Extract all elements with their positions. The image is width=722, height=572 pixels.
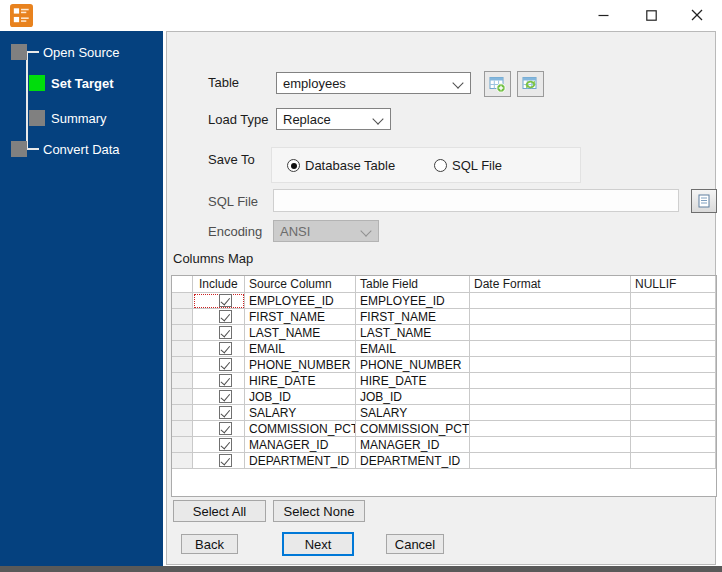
include-cell[interactable] xyxy=(193,341,245,357)
table-row: DEPARTMENT_IDDEPARTMENT_ID xyxy=(172,453,716,469)
nullif-cell[interactable] xyxy=(631,357,716,373)
date-format-cell[interactable] xyxy=(470,341,631,357)
nullif-cell[interactable] xyxy=(631,293,716,309)
refresh-tables-button[interactable] xyxy=(517,71,544,97)
date-format-cell[interactable] xyxy=(470,453,631,469)
maximize-button[interactable] xyxy=(629,0,674,30)
load-type-select[interactable]: Replace xyxy=(276,108,391,130)
include-cell[interactable] xyxy=(193,357,245,373)
row-header-cell[interactable] xyxy=(172,437,193,453)
nullif-cell[interactable] xyxy=(631,405,716,421)
grid-body: EMPLOYEE_IDEMPLOYEE_IDFIRST_NAMEFIRST_NA… xyxy=(172,293,716,469)
source-column-cell[interactable]: LAST_NAME xyxy=(245,325,356,341)
nullif-cell[interactable] xyxy=(631,453,716,469)
radio-selected-icon[interactable] xyxy=(287,159,300,172)
row-header-cell[interactable] xyxy=(172,421,193,437)
nullif-cell[interactable] xyxy=(631,373,716,389)
source-column-cell[interactable]: FIRST_NAME xyxy=(245,309,356,325)
include-checkbox[interactable] xyxy=(219,310,232,323)
source-column-cell[interactable]: COMMISSION_PCT xyxy=(245,421,356,437)
nullif-cell[interactable] xyxy=(631,325,716,341)
include-checkbox[interactable] xyxy=(219,326,232,339)
table-field-cell[interactable]: MANAGER_ID xyxy=(356,437,470,453)
row-header-cell[interactable] xyxy=(172,341,193,357)
include-checkbox[interactable] xyxy=(219,358,232,371)
date-format-cell[interactable] xyxy=(470,325,631,341)
row-header-cell[interactable] xyxy=(172,389,193,405)
window-bottom-edge xyxy=(0,566,722,572)
date-format-cell[interactable] xyxy=(470,373,631,389)
source-column-cell[interactable]: MANAGER_ID xyxy=(245,437,356,453)
close-icon xyxy=(691,9,703,21)
close-button[interactable] xyxy=(674,0,719,30)
row-header-cell[interactable] xyxy=(172,453,193,469)
table-field-cell[interactable]: FIRST_NAME xyxy=(356,309,470,325)
table-field-cell[interactable]: HIRE_DATE xyxy=(356,373,470,389)
back-button[interactable]: Back xyxy=(181,534,238,554)
encoding-label: Encoding xyxy=(208,224,262,239)
table-select[interactable]: employees xyxy=(276,72,471,94)
nullif-cell[interactable] xyxy=(631,309,716,325)
include-cell[interactable] xyxy=(193,389,245,405)
include-cell[interactable] xyxy=(193,421,245,437)
include-checkbox[interactable] xyxy=(219,342,232,355)
date-format-cell[interactable] xyxy=(470,309,631,325)
source-column-cell[interactable]: EMPLOYEE_ID xyxy=(245,293,356,309)
include-cell[interactable] xyxy=(193,325,245,341)
source-column-cell[interactable]: JOB_ID xyxy=(245,389,356,405)
next-button[interactable]: Next xyxy=(282,532,354,556)
source-column-cell[interactable]: SALARY xyxy=(245,405,356,421)
include-checkbox[interactable] xyxy=(219,390,232,403)
table-field-cell[interactable]: DEPARTMENT_ID xyxy=(356,453,470,469)
sql-file-input[interactable] xyxy=(273,189,679,212)
browse-file-button[interactable] xyxy=(691,189,717,213)
date-format-cell[interactable] xyxy=(470,405,631,421)
include-checkbox[interactable] xyxy=(219,438,232,451)
date-format-cell[interactable] xyxy=(470,437,631,453)
include-checkbox[interactable] xyxy=(219,422,232,435)
source-column-cell[interactable]: HIRE_DATE xyxy=(245,373,356,389)
minimize-button[interactable] xyxy=(581,0,626,30)
include-checkbox[interactable] xyxy=(219,294,232,307)
row-header-cell[interactable] xyxy=(172,373,193,389)
row-header-cell[interactable] xyxy=(172,293,193,309)
nullif-cell[interactable] xyxy=(631,437,716,453)
nullif-cell[interactable] xyxy=(631,341,716,357)
radio-option-sql-file[interactable]: SQL File xyxy=(434,158,502,173)
table-field-cell[interactable]: EMPLOYEE_ID xyxy=(356,293,470,309)
include-cell[interactable] xyxy=(193,293,245,309)
radio-option-database-table[interactable]: Database Table xyxy=(287,158,395,173)
nullif-cell[interactable] xyxy=(631,421,716,437)
row-header-cell[interactable] xyxy=(172,405,193,421)
date-format-cell[interactable] xyxy=(470,421,631,437)
include-cell[interactable] xyxy=(193,437,245,453)
source-column-cell[interactable]: PHONE_NUMBER xyxy=(245,357,356,373)
table-field-cell[interactable]: LAST_NAME xyxy=(356,325,470,341)
row-header-cell[interactable] xyxy=(172,357,193,373)
table-field-cell[interactable]: JOB_ID xyxy=(356,389,470,405)
table-field-cell[interactable]: PHONE_NUMBER xyxy=(356,357,470,373)
table-field-cell[interactable]: EMAIL xyxy=(356,341,470,357)
date-format-cell[interactable] xyxy=(470,357,631,373)
source-column-cell[interactable]: DEPARTMENT_ID xyxy=(245,453,356,469)
row-header-cell[interactable] xyxy=(172,309,193,325)
row-header-cell[interactable] xyxy=(172,325,193,341)
date-format-cell[interactable] xyxy=(470,293,631,309)
include-cell[interactable] xyxy=(193,453,245,469)
include-cell[interactable] xyxy=(193,373,245,389)
select-all-button[interactable]: Select All xyxy=(173,500,266,522)
new-table-button[interactable] xyxy=(484,71,511,97)
table-field-cell[interactable]: COMMISSION_PCT xyxy=(356,421,470,437)
source-column-cell[interactable]: EMAIL xyxy=(245,341,356,357)
include-cell[interactable] xyxy=(193,405,245,421)
date-format-cell[interactable] xyxy=(470,389,631,405)
include-checkbox[interactable] xyxy=(219,374,232,387)
cancel-button[interactable]: Cancel xyxy=(386,534,444,554)
include-checkbox[interactable] xyxy=(219,406,232,419)
select-none-button[interactable]: Select None xyxy=(273,500,365,522)
table-field-cell[interactable]: SALARY xyxy=(356,405,470,421)
include-cell[interactable] xyxy=(193,309,245,325)
radio-unselected-icon[interactable] xyxy=(434,159,447,172)
include-checkbox[interactable] xyxy=(219,454,232,467)
nullif-cell[interactable] xyxy=(631,389,716,405)
